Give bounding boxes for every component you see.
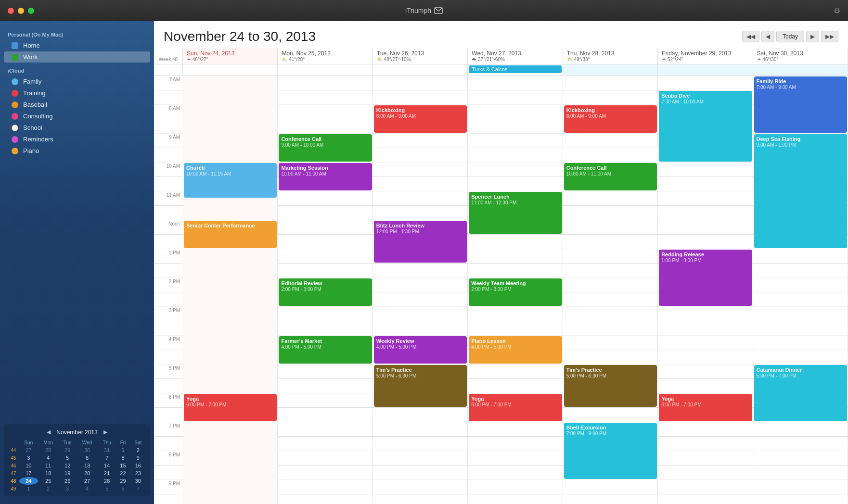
time-cell[interactable] (658, 76, 753, 90)
time-cell[interactable] (278, 307, 373, 321)
time-cell[interactable] (563, 307, 658, 321)
mini-cal-day[interactable]: 4 (77, 485, 98, 492)
time-cell[interactable] (278, 393, 373, 408)
mini-cal-day[interactable]: 1 (19, 485, 38, 492)
mini-cal-day[interactable]: 6 (116, 485, 129, 492)
time-cell[interactable] (563, 134, 658, 148)
mini-cal-day[interactable]: 28 (98, 477, 116, 485)
time-cell[interactable] (183, 437, 278, 451)
time-cell[interactable] (468, 163, 563, 177)
mini-cal-day[interactable]: 27 (77, 477, 98, 485)
gear-icon[interactable]: ⚙ (834, 6, 840, 15)
event-block[interactable]: Catamaran Dinner5:00 PM - 7:00 PM (754, 365, 847, 421)
mini-cal-day[interactable]: 19 (58, 469, 77, 477)
time-cell[interactable] (753, 466, 848, 480)
time-cell[interactable] (183, 480, 278, 494)
mini-cal-day[interactable]: 9 (130, 454, 146, 462)
mini-cal-day[interactable]: 18 (38, 469, 58, 477)
close-button[interactable] (8, 8, 14, 14)
time-cell[interactable] (183, 264, 278, 278)
event-block[interactable]: Weekly Review4:00 PM - 5:00 PM (374, 336, 467, 364)
time-cell[interactable] (373, 134, 468, 148)
time-cell[interactable] (373, 206, 468, 220)
time-cell[interactable] (373, 278, 468, 292)
mini-cal-day[interactable]: 5 (98, 485, 116, 492)
event-block[interactable]: Tim's Practice5:00 PM - 6:30 PM (374, 365, 467, 407)
minimize-button[interactable] (18, 8, 24, 14)
time-cell[interactable] (278, 235, 373, 249)
time-cell[interactable] (468, 119, 563, 134)
mini-cal-day[interactable]: 26 (58, 477, 77, 485)
time-cell[interactable] (563, 278, 658, 292)
time-cell[interactable] (183, 76, 278, 90)
mini-cal-day[interactable]: 25 (38, 477, 58, 485)
time-cell[interactable] (373, 422, 468, 437)
event-block[interactable]: Yoga6:00 PM - 7:00 PM (469, 394, 562, 421)
mini-cal-day[interactable]: 6 (77, 454, 98, 462)
time-cell[interactable] (658, 422, 753, 437)
event-block[interactable]: Kickboxing8:00 AM - 9:00 AM (564, 105, 657, 133)
time-cell[interactable] (753, 336, 848, 350)
mini-cal-day[interactable]: 5 (58, 454, 77, 462)
time-cell[interactable] (373, 76, 468, 90)
time-cell[interactable] (183, 350, 278, 365)
time-cell[interactable] (658, 307, 753, 321)
time-cell[interactable] (563, 191, 658, 206)
time-cell[interactable] (373, 321, 468, 336)
time-cell[interactable] (278, 249, 373, 264)
time-cell[interactable] (373, 307, 468, 321)
time-cell[interactable] (753, 350, 848, 365)
mini-cal-day[interactable]: 16 (130, 462, 146, 469)
time-cell[interactable] (278, 494, 373, 504)
time-cell[interactable] (183, 379, 278, 393)
time-cell[interactable] (753, 437, 848, 451)
time-cell[interactable] (278, 76, 373, 90)
event-block[interactable]: Scuba Dive7:30 AM - 10:00 AM (659, 91, 752, 162)
time-cell[interactable] (468, 134, 563, 148)
time-cell[interactable] (183, 321, 278, 336)
time-cell[interactable] (468, 422, 563, 437)
event-block[interactable]: Editorial Review2:00 PM - 3:00 PM (279, 278, 372, 306)
mini-cal-day[interactable]: 10 (19, 462, 38, 469)
time-cell[interactable] (563, 480, 658, 494)
time-cell[interactable] (753, 321, 848, 336)
time-cell[interactable] (563, 235, 658, 249)
mini-cal-day[interactable]: 30 (130, 477, 146, 485)
time-cell[interactable] (373, 264, 468, 278)
mini-cal-day[interactable]: 4 (38, 454, 58, 462)
time-cell[interactable] (373, 494, 468, 504)
time-cell[interactable] (658, 321, 753, 336)
time-cell[interactable] (278, 321, 373, 336)
time-cell[interactable] (183, 422, 278, 437)
sidebar-item-school[interactable]: School (4, 122, 150, 133)
time-cell[interactable] (563, 90, 658, 105)
mini-cal-day[interactable]: 27 (19, 446, 38, 454)
time-cell[interactable] (278, 408, 373, 422)
time-cell[interactable] (183, 494, 278, 504)
time-cell[interactable] (563, 292, 658, 307)
time-cell[interactable] (468, 235, 563, 249)
time-cell[interactable] (563, 264, 658, 278)
time-cell[interactable] (373, 191, 468, 206)
time-cell[interactable] (373, 177, 468, 191)
time-cell[interactable] (183, 292, 278, 307)
time-cell[interactable] (658, 451, 753, 466)
mini-cal-day[interactable]: 20 (77, 469, 98, 477)
time-cell[interactable] (753, 480, 848, 494)
sidebar-item-family[interactable]: Family (4, 76, 150, 87)
time-cell[interactable] (658, 480, 753, 494)
time-cell[interactable] (658, 350, 753, 365)
time-cell[interactable] (468, 148, 563, 163)
time-cell[interactable] (278, 105, 373, 119)
time-cell[interactable] (278, 119, 373, 134)
time-cell[interactable] (183, 105, 278, 119)
mini-cal-day[interactable]: 22 (116, 469, 129, 477)
mini-cal-day[interactable]: 28 (38, 446, 58, 454)
event-block[interactable]: Yoga6:00 PM - 7:00 PM (184, 394, 277, 421)
mini-cal-prev[interactable]: ◀ (45, 428, 52, 436)
time-cell[interactable] (278, 206, 373, 220)
time-cell[interactable] (278, 379, 373, 393)
time-cell[interactable] (373, 408, 468, 422)
mini-cal-day[interactable]: 29 (116, 477, 129, 485)
time-cell[interactable] (468, 365, 563, 379)
